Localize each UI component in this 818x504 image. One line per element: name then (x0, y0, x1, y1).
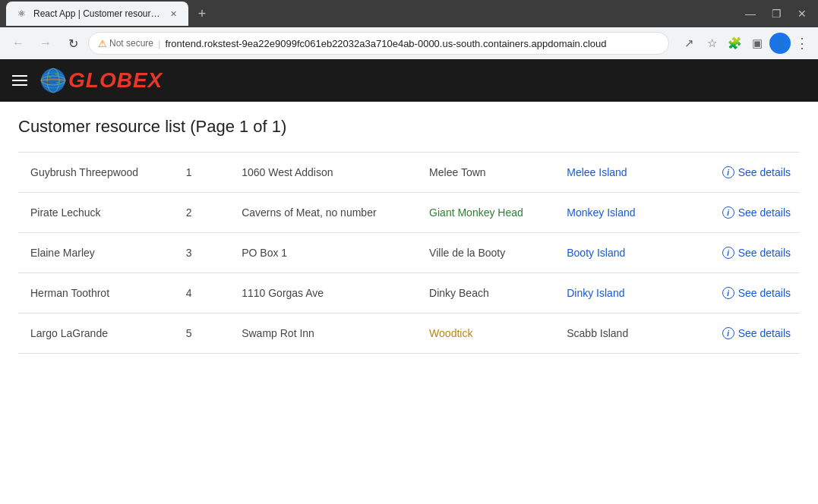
see-details-link[interactable]: i See details (697, 247, 791, 259)
page-content: Customer resource list (Page 1 of 1) Guy… (0, 102, 818, 504)
close-window-button[interactable]: ✕ (792, 4, 812, 24)
customer-address: Swamp Rot Inn (232, 313, 420, 354)
customer-name[interactable]: Guybrush Threepwood (18, 153, 177, 193)
see-details-label: See details (738, 166, 791, 178)
profile-button[interactable]: 👤 (769, 33, 791, 54)
customer-island: Booty Island (557, 233, 688, 273)
see-details-link[interactable]: i See details (697, 327, 791, 339)
customer-id: 1 (177, 153, 233, 193)
minimize-button[interactable]: — (741, 4, 760, 24)
tab-close-button[interactable]: ✕ (167, 8, 179, 20)
globex-logo: GLOBEX (39, 67, 163, 94)
table-row: Elaine Marley 3 PO Box 1 Ville de la Boo… (18, 233, 800, 273)
see-details-label: See details (738, 327, 791, 339)
customer-city: Dinky Beach (420, 273, 557, 313)
customer-island: Dinky Island (557, 273, 688, 313)
customer-id: 4 (177, 273, 233, 313)
tab-bar: ⚛ React App | Customer resource li ✕ + —… (0, 0, 818, 27)
customer-city: Giant Monkey Head (420, 193, 557, 233)
customer-action: i See details (688, 233, 800, 273)
customer-island: Monkey Island (557, 193, 688, 233)
new-tab-button[interactable]: + (191, 3, 213, 24)
bookmark-button[interactable]: ☆ (701, 33, 722, 54)
split-view-button[interactable]: ▣ (747, 33, 768, 54)
window-controls: — ❐ ✕ (741, 4, 812, 24)
more-options-button[interactable]: ⋮ (792, 32, 812, 55)
info-icon: i (722, 166, 734, 178)
customer-name[interactable]: Largo LaGrande (18, 313, 177, 354)
maximize-button[interactable]: ❐ (766, 4, 786, 24)
address-separator: | (158, 38, 160, 49)
tab-favicon: ⚛ (15, 8, 27, 20)
reload-button[interactable]: ↻ (61, 31, 85, 55)
customer-name[interactable]: Elaine Marley (18, 233, 177, 273)
see-details-label: See details (738, 287, 791, 299)
see-details-link[interactable]: i See details (697, 166, 791, 178)
customer-address: Caverns of Meat, no number (232, 193, 420, 233)
security-badge: ⚠ Not secure (98, 38, 153, 49)
customer-address: PO Box 1 (232, 233, 420, 273)
address-url: frontend.rokstest-9ea22e9099fc061eb22032… (165, 38, 659, 49)
not-secure-label: Not secure (109, 38, 153, 49)
customer-address: 1060 West Addison (232, 153, 420, 193)
hamburger-menu-button[interactable] (12, 75, 27, 86)
customer-table: Guybrush Threepwood 1 1060 West Addison … (18, 152, 800, 354)
globe-icon (39, 67, 67, 94)
address-right-icons: ↗ ☆ 🧩 ▣ 👤 ⋮ (678, 32, 812, 55)
active-tab[interactable]: ⚛ React App | Customer resource li ✕ (6, 2, 188, 26)
address-box[interactable]: ⚠ Not secure | frontend.rokstest-9ea22e9… (88, 32, 669, 55)
see-details-label: See details (738, 206, 791, 219)
see-details-label: See details (738, 247, 791, 259)
customer-id: 5 (177, 313, 233, 354)
customer-city: Melee Town (420, 153, 557, 193)
address-bar-row: ← → ↻ ⚠ Not secure | frontend.rokstest-9… (0, 27, 818, 59)
info-icon: i (722, 247, 734, 259)
customer-city: Ville de la Booty (420, 233, 557, 273)
customer-action: i See details (688, 313, 800, 354)
customer-id: 3 (177, 233, 233, 273)
customer-address: 1110 Gorgas Ave (232, 273, 420, 313)
info-icon: i (722, 327, 734, 339)
forward-button[interactable]: → (33, 31, 58, 55)
table-row: Herman Toothrot 4 1110 Gorgas Ave Dinky … (18, 273, 800, 313)
extensions-button[interactable]: 🧩 (724, 33, 745, 54)
customer-action: i See details (688, 153, 800, 193)
customer-island: Melee Island (557, 153, 688, 193)
app-header: GLOBEX (0, 59, 818, 102)
customer-action: i See details (688, 193, 800, 233)
page-title: Customer resource list (Page 1 of 1) (18, 117, 800, 137)
info-icon: i (722, 206, 734, 219)
info-icon: i (722, 287, 734, 299)
table-row: Largo LaGrande 5 Swamp Rot Inn Woodtick … (18, 313, 800, 354)
see-details-link[interactable]: i See details (697, 287, 791, 299)
browser-chrome: ⚛ React App | Customer resource li ✕ + —… (0, 0, 818, 59)
customer-action: i See details (688, 273, 800, 313)
warning-icon: ⚠ (98, 38, 107, 49)
customer-city: Woodtick (420, 313, 557, 354)
customer-id: 2 (177, 193, 233, 233)
logo-text: GLOBEX (68, 68, 163, 93)
back-button[interactable]: ← (6, 31, 30, 55)
customer-name[interactable]: Herman Toothrot (18, 273, 177, 313)
see-details-link[interactable]: i See details (697, 206, 791, 219)
customer-island: Scabb Island (557, 313, 688, 354)
tab-title: React App | Customer resource li (33, 8, 161, 19)
customer-name[interactable]: Pirate Lechuck (18, 193, 177, 233)
table-row: Guybrush Threepwood 1 1060 West Addison … (18, 153, 800, 193)
table-row: Pirate Lechuck 2 Caverns of Meat, no num… (18, 193, 800, 233)
share-button[interactable]: ↗ (678, 33, 700, 54)
